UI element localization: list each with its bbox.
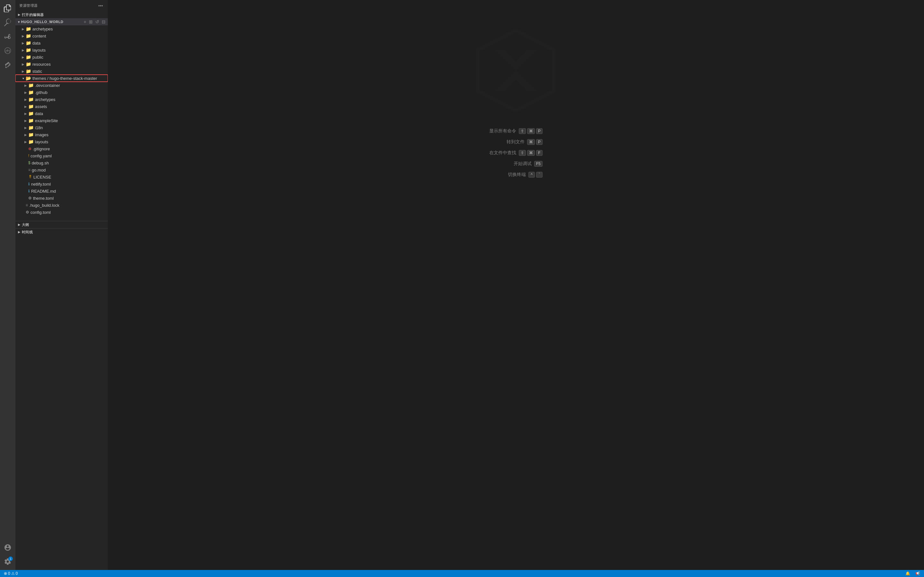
filename-public: public: [32, 55, 43, 60]
outline-header[interactable]: ▶ 大纲: [15, 221, 108, 228]
tree-item-devcontainer[interactable]: ▶ 📁 .devcontainer: [15, 82, 108, 89]
sidebar-header: 资源管理器 •••: [15, 0, 108, 11]
extensions-icon[interactable]: [2, 59, 13, 71]
tree-item-images[interactable]: ▶ 📁 images: [15, 131, 108, 138]
folder-icon-github: 📁: [28, 90, 34, 95]
file-icon-gitignore: ⊗: [28, 147, 31, 151]
tree-item-archetypes-root[interactable]: ▶ 📁 archetypes: [15, 25, 108, 32]
sidebar-title: 资源管理器: [19, 3, 38, 8]
folder-icon-public: 📁: [26, 55, 31, 60]
tree-item-static[interactable]: ▶ 📁 static: [15, 68, 108, 75]
tree-item-hugo-build-lock[interactable]: ▶ ≡ .hugo_build.lock: [15, 201, 108, 209]
chevron-content: ▶: [21, 34, 26, 38]
tree-item-content[interactable]: ▶ 📁 content: [15, 32, 108, 39]
filename-archetypes-sub: archetypes: [35, 97, 55, 102]
folder-icon-images: 📁: [28, 132, 34, 137]
chevron-devcontainer: ▶: [23, 84, 28, 87]
file-icon-debug-sh: $: [28, 161, 31, 165]
folder-icon-themes: 📂: [26, 76, 31, 81]
folder-icon-layouts-sub: 📁: [28, 139, 34, 144]
chevron-archetypes-sub: ▶: [23, 98, 28, 101]
new-file-button[interactable]: +: [83, 19, 87, 25]
tree-item-data-root[interactable]: ▶ 📁 data: [15, 39, 108, 47]
project-root-header[interactable]: ▾ HUGO_HELLO_WORLD + ⊞ ↺ ⊟: [15, 18, 108, 25]
folder-icon-data-sub: 📁: [28, 111, 34, 116]
chevron-examplesite: ▶: [23, 119, 28, 122]
folder-icon-data-root: 📁: [26, 40, 31, 45]
new-folder-button[interactable]: ⊞: [88, 19, 94, 25]
timeline-section: ▶ 时间线: [15, 228, 108, 235]
folder-icon-devcontainer: 📁: [28, 83, 34, 88]
folder-icon-content: 📁: [26, 33, 31, 39]
tree-item-layouts-root[interactable]: ▶ 📁 layouts: [15, 47, 108, 53]
filename-examplesite: exampleSite: [35, 118, 58, 123]
tree-item-readme[interactable]: ▶ ℹ README.md: [15, 187, 108, 195]
refresh-button[interactable]: ↺: [94, 19, 100, 25]
filename-resources: resources: [32, 62, 51, 67]
filename-themes: themes / hugo-theme-stack-master: [32, 76, 97, 81]
filename-layouts-sub: layouts: [35, 139, 48, 144]
activity-bar: 1: [0, 0, 15, 288]
search-icon[interactable]: [2, 17, 13, 28]
chevron-images: ▶: [23, 133, 28, 137]
folder-icon-archetypes-root: 📁: [26, 26, 31, 31]
filename-assets: assets: [35, 104, 47, 109]
file-icon-license: 🎖: [28, 175, 32, 179]
open-editors-section[interactable]: ▶ 打开的编辑器: [15, 11, 108, 18]
tree-item-go-mod[interactable]: ▶ ≡ go.mod: [15, 166, 108, 173]
sidebar-header-actions: •••: [97, 3, 104, 9]
folder-icon-i18n: 📁: [28, 125, 34, 130]
timeline-header[interactable]: ▶ 时间线: [15, 229, 108, 235]
outline-chevron: ▶: [18, 223, 21, 226]
filename-go-mod: go.mod: [32, 168, 45, 172]
file-icon-readme: ℹ: [28, 189, 30, 193]
tree-item-archetypes-sub[interactable]: ▶ 📁 archetypes: [15, 96, 108, 103]
tree-item-netlify-toml[interactable]: ▶ ℹ netlify.toml: [15, 181, 108, 187]
tree-item-i18n[interactable]: ▶ 📁 i18n: [15, 124, 108, 131]
tree-item-data-sub[interactable]: ▶ 📁 data: [15, 110, 108, 117]
file-icon-theme-toml: ⚙: [28, 196, 32, 200]
filename-devcontainer: .devcontainer: [35, 83, 60, 88]
file-icon-config-toml: ⚙: [26, 210, 29, 214]
tree-item-assets[interactable]: ▶ 📁 assets: [15, 103, 108, 110]
chevron-data-sub: ▶: [23, 112, 28, 115]
folder-icon-assets: 📁: [28, 104, 34, 109]
tree-item-resources[interactable]: ▶ 📁 resources: [15, 61, 108, 68]
project-root-label: ▾ HUGO_HELLO_WORLD: [18, 20, 63, 24]
folder-icon-archetypes-sub: 📁: [28, 97, 34, 102]
filename-static: static: [32, 69, 42, 74]
more-actions-icon[interactable]: •••: [97, 3, 104, 9]
chevron-themes: ▾: [21, 77, 26, 80]
chevron-i18n: ▶: [23, 126, 28, 129]
filename-images: images: [35, 132, 48, 137]
tree-root-actions: + ⊞ ↺ ⊟: [83, 19, 107, 25]
file-tree: ▾ HUGO_HELLO_WORLD + ⊞ ↺ ⊟ ▶ 📁 archetype…: [15, 18, 108, 288]
filename-i18n: i18n: [35, 125, 43, 130]
tree-item-config-toml[interactable]: ▶ ⚙ config.toml: [15, 209, 108, 216]
filename-netlify-toml: netlify.toml: [31, 182, 51, 187]
tree-item-config-yaml[interactable]: ▶ ! config.yaml: [15, 152, 108, 159]
source-control-icon[interactable]: [2, 31, 13, 42]
tree-item-gitignore[interactable]: ▶ ⊗ .gitignore: [15, 145, 108, 152]
chevron-layouts-sub: ▶: [23, 140, 28, 143]
tree-item-layouts-sub[interactable]: ▶ 📁 layouts: [15, 138, 108, 145]
filename-theme-toml: theme.toml: [33, 196, 53, 201]
project-root-name: HUGO_HELLO_WORLD: [21, 20, 63, 24]
file-icon-netlify-toml: ℹ: [28, 182, 30, 186]
chevron-public: ▶: [21, 55, 26, 59]
filename-gitignore: .gitignore: [33, 147, 50, 151]
main-content: 显示所有命令 ⇧ ⌘ P 转到文件 ⌘ P 在文件中查找 ⇧ ⌘ F: [108, 0, 462, 288]
tree-item-github[interactable]: ▶ 📁 .github: [15, 89, 108, 96]
tree-item-examplesite[interactable]: ▶ 📁 exampleSite: [15, 117, 108, 124]
tree-item-debug-sh[interactable]: ▶ $ debug.sh: [15, 159, 108, 166]
tree-item-license[interactable]: ▶ 🎖 LICENSE: [15, 173, 108, 181]
tree-item-themes[interactable]: ▾ 📂 themes / hugo-theme-stack-master: [15, 75, 108, 82]
chevron-assets: ▶: [23, 105, 28, 108]
tree-item-public[interactable]: ▶ 📁 public: [15, 53, 108, 61]
tree-item-theme-toml[interactable]: ▶ ⚙ theme.toml: [15, 195, 108, 201]
collapse-button[interactable]: ⊟: [101, 19, 107, 25]
chevron-static: ▶: [21, 69, 26, 73]
run-debug-icon[interactable]: [2, 45, 13, 56]
explorer-icon[interactable]: [2, 3, 13, 14]
filename-archetypes-root: archetypes: [32, 27, 53, 31]
